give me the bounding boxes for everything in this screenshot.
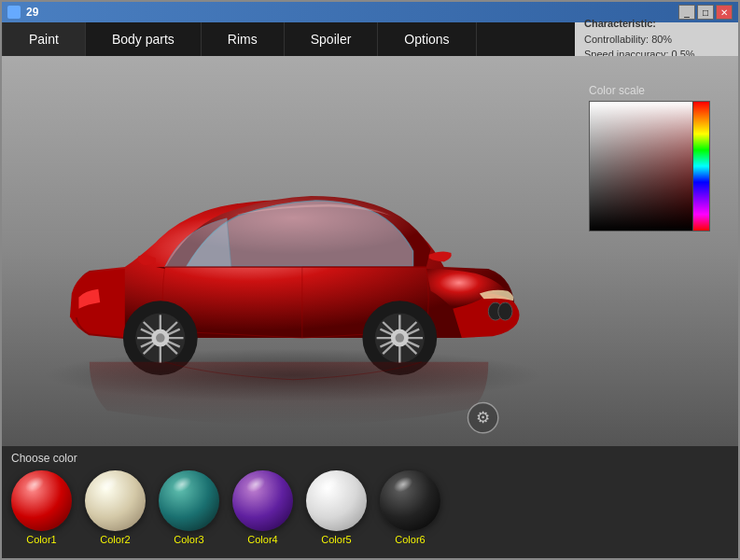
controllability-text: Controllability: 80% (584, 32, 729, 48)
color-swatches: Color1 Color2 Color3 Color4 Color5 Color (11, 470, 729, 545)
color-gradient-dark (590, 102, 692, 231)
main-viewport: ⚙ Color scale (2, 56, 738, 446)
sphere-color3[interactable] (159, 470, 219, 531)
swatch-color2[interactable]: Color2 (85, 470, 146, 545)
swatch-color3[interactable]: Color3 (159, 470, 219, 545)
app-icon (7, 6, 21, 19)
label-color4: Color4 (247, 534, 277, 545)
color-scale-label: Color scale (589, 84, 719, 97)
menu-item-rims[interactable]: Rims (202, 22, 285, 56)
menu-item-options[interactable]: Options (378, 22, 476, 56)
menu-item-spoiler[interactable]: Spoiler (285, 22, 379, 56)
characteristics-panel: Characteristic: Controllability: 80% Spe… (575, 22, 738, 56)
color-spectrum-bar[interactable] (692, 102, 709, 231)
sphere-color5[interactable] (306, 470, 367, 531)
sphere-color6[interactable] (380, 470, 440, 531)
swatch-color4[interactable]: Color4 (232, 470, 293, 545)
swatch-color6[interactable]: Color6 (380, 470, 440, 545)
sphere-color1[interactable] (11, 470, 72, 531)
color-gradient-area[interactable] (590, 102, 692, 231)
label-color3: Color3 (174, 534, 203, 545)
sphere-color2[interactable] (85, 470, 146, 531)
menu-item-paint[interactable]: Paint (2, 22, 86, 56)
title-bar-text: 29 (7, 6, 38, 19)
swatch-color5[interactable]: Color5 (306, 470, 367, 545)
label-color5: Color5 (321, 534, 351, 545)
window-title: 29 (26, 6, 38, 19)
choose-color-label: Choose color (11, 452, 729, 465)
svg-point-13 (396, 333, 405, 343)
swatch-color1[interactable]: Color1 (11, 470, 72, 545)
app-window: 29 _ □ ✕ Paint Body parts Rims Spoiler O… (0, 0, 740, 560)
label-color1: Color1 (26, 534, 56, 545)
sphere-color4[interactable] (232, 470, 293, 531)
color-scale-panel: Color scale (589, 84, 719, 231)
bottom-panel: Choose color Color1 Color2 Color3 Color4… (2, 446, 738, 558)
svg-point-24 (156, 333, 165, 343)
svg-point-2 (498, 302, 512, 320)
characteristics-title: Characteristic: (584, 16, 729, 32)
svg-text:⚙: ⚙ (476, 409, 490, 427)
menu-item-body-parts[interactable]: Body parts (86, 22, 202, 56)
label-color2: Color2 (100, 534, 130, 545)
color-scale-box[interactable] (589, 101, 710, 231)
label-color6: Color6 (395, 534, 425, 545)
menu-bar: Paint Body parts Rims Spoiler Options Ch… (2, 22, 738, 56)
